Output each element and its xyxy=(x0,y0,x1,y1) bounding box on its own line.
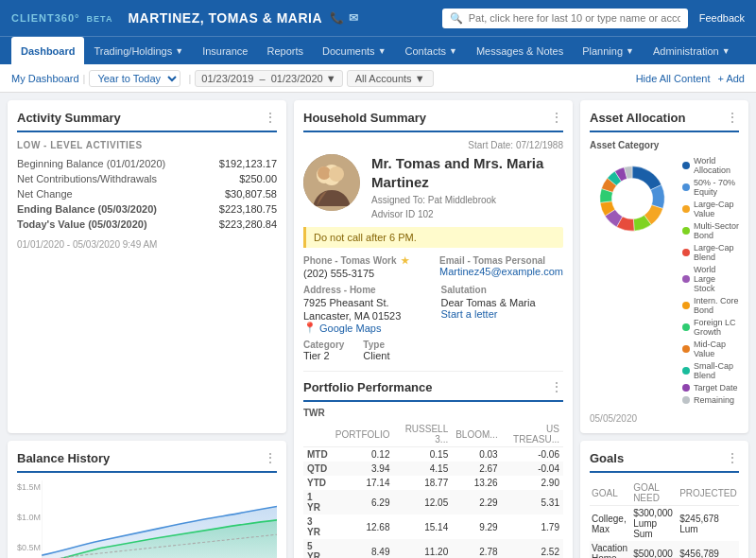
top-bar: CLIENT360° BETA MARTINEZ, TOMAS & MARIA … xyxy=(0,0,756,36)
balance-history-title: Balance History xyxy=(17,451,110,465)
portfolio-performance-header: Portfolio Performance ⋮ xyxy=(303,379,563,402)
sub-bar: My Dashboard | Year to Today YTD 1 Year … xyxy=(0,64,756,93)
goals-card: Goals ⋮ GOAL GOAL NEED PROJECTED College… xyxy=(580,441,748,558)
nav-messages[interactable]: Messages & Notes xyxy=(467,37,573,65)
portfolio-performance-menu[interactable]: ⋮ xyxy=(550,379,563,394)
balance-history-header: Balance History ⋮ xyxy=(17,450,277,473)
email-label: Email - Tomas Personal xyxy=(439,255,563,266)
avatar-illustration xyxy=(303,154,360,211)
table-row: Vacation Home$500,000$456,789 xyxy=(590,541,739,558)
google-maps-link[interactable]: 📍 Google Maps xyxy=(303,322,426,334)
hide-all-content-button[interactable]: Hide All Content xyxy=(636,73,711,84)
legend-item: Foreign LC Growth xyxy=(682,318,739,337)
nav-dashboard[interactable]: Dashboard xyxy=(11,37,84,65)
table-row: MTD0.120.150.03-0.06 xyxy=(303,447,563,462)
table-row: 5 YR8.4911.202.782.52 xyxy=(303,539,563,558)
goals-title: Goals xyxy=(590,451,624,465)
asset-date: 05/05/2020 xyxy=(590,413,739,424)
balance-chart-svg xyxy=(42,480,277,558)
nav-planning[interactable]: Planning ▼ xyxy=(573,37,644,65)
perf-col-bloom: BLOOM... xyxy=(452,422,501,447)
household-header: Mr. Tomas and Mrs. Maria Martinez Assign… xyxy=(303,154,563,219)
goals-col-need: GOAL NEED xyxy=(631,480,678,506)
nav-insurance[interactable]: Insurance xyxy=(193,37,257,65)
search-input[interactable] xyxy=(469,12,680,24)
activity-row: Ending Balance (05/03/2020)$223,180.75 xyxy=(17,201,277,217)
activity-rows: Beginning Balance (01/01/2020)$192,123.1… xyxy=(17,156,277,232)
goals-col-projected: PROJECTED xyxy=(678,480,739,506)
start-letter-link[interactable]: Start a letter xyxy=(441,308,564,320)
household-summary-header: Household Summary ⋮ xyxy=(303,110,563,132)
category-row: Category Tier 2 Type Client xyxy=(303,340,563,361)
sub-bar-left: My Dashboard | Year to Today YTD 1 Year … xyxy=(11,70,434,87)
add-content-button[interactable]: + Add xyxy=(718,73,745,84)
nav-contacts[interactable]: Contacts ▼ xyxy=(396,37,467,65)
perf-col-portfolio: PORTFOLIO xyxy=(332,422,394,447)
household-summary-card: Household Summary ⋮ Start Date: 07/12/19… xyxy=(294,100,573,558)
svg-point-6 xyxy=(329,166,344,182)
sub-bar-right: Hide All Content + Add xyxy=(636,73,745,84)
type-item: Type Client xyxy=(363,340,389,361)
email-contact: Email - Tomas Personal Martinez45@exampl… xyxy=(439,255,563,279)
accounts-selector[interactable]: All Accounts ▼ xyxy=(347,70,434,87)
perf-col-period xyxy=(303,422,332,447)
phone-label: Phone - Tomas Work xyxy=(303,255,397,266)
period-select[interactable]: Year to Today YTD 1 Year xyxy=(89,70,180,87)
client-name: MARTINEZ, TOMAS & MARIA 📞 ✉ xyxy=(128,10,441,26)
app-logo: CLIENT360° BETA xyxy=(11,12,112,24)
goals-menu[interactable]: ⋮ xyxy=(726,450,739,465)
my-dashboard-link[interactable]: My Dashboard xyxy=(11,73,79,84)
table-row: YTD17.1418.7713.262.90 xyxy=(303,476,563,490)
activity-summary-menu[interactable]: ⋮ xyxy=(264,110,277,125)
email-link[interactable]: Martinez45@example.com xyxy=(439,266,563,277)
perf-col-us: US TREASU... xyxy=(502,422,563,447)
asset-allocation-menu[interactable]: ⋮ xyxy=(726,110,739,125)
nav-reports[interactable]: Reports xyxy=(257,37,313,65)
client-full-name: Mr. Tomas and Mrs. Maria Martinez xyxy=(371,154,563,191)
legend-item: Remaining xyxy=(682,395,739,405)
nav-administration[interactable]: Administration ▼ xyxy=(644,37,740,65)
client-avatar xyxy=(303,154,360,211)
household-summary-menu[interactable]: ⋮ xyxy=(550,110,563,125)
salutation-value: Dear Tomas & Maria xyxy=(441,297,564,308)
activity-date: 01/01/2020 - 05/03/2020 9:49 AM xyxy=(17,239,277,250)
legend-item: 50% - 70% Equity xyxy=(682,178,739,197)
performance-table: PORTFOLIO RUSSELL 3... BLOOM... US TREAS… xyxy=(303,422,563,558)
phone-value: (202) 555-3175 xyxy=(303,268,424,279)
legend-item: Large-Cap Value xyxy=(682,200,739,218)
activity-summary-header: Activity Summary ⋮ xyxy=(17,110,277,132)
nav-documents[interactable]: Documents ▼ xyxy=(313,37,396,65)
start-date-label: Start Date: 07/12/1988 xyxy=(468,140,563,150)
phone-icon[interactable]: 📞 xyxy=(330,11,345,25)
address-label: Address - Home xyxy=(303,285,426,295)
donut-chart-svg xyxy=(590,156,675,241)
portfolio-performance-title: Portfolio Performance xyxy=(303,380,433,394)
balance-chart: $1.5M $1.0M $0.5M $0.0 xyxy=(17,480,277,558)
asset-allocation-card: Asset Allocation ⋮ Asset Category World … xyxy=(580,100,748,433)
salutation-contact: Salutation Dear Tomas & Maria Start a le… xyxy=(441,285,564,334)
client-details: Mr. Tomas and Mrs. Maria Martinez Assign… xyxy=(371,154,563,219)
portfolio-performance-section: Portfolio Performance ⋮ TWR PORTFOLIO RU… xyxy=(303,371,563,558)
legend-item: Large-Cap Blend xyxy=(682,243,739,262)
maps-pin-icon: 📍 xyxy=(303,322,317,334)
assigned-to: Assigned To: Pat Middlebrook xyxy=(371,195,563,205)
category-item: Category Tier 2 xyxy=(303,340,344,361)
activity-row: Beginning Balance (01/01/2020)$192,123.1… xyxy=(17,156,277,171)
household-summary-title: Household Summary xyxy=(303,111,426,125)
nav-trading[interactable]: Trading/Holdings ▼ xyxy=(84,37,193,65)
balance-history-menu[interactable]: ⋮ xyxy=(264,450,277,465)
goals-table: GOAL GOAL NEED PROJECTED College, Max$30… xyxy=(590,480,739,558)
activity-row: Today's Value (05/03/2020)$223,280.84 xyxy=(17,217,277,232)
activity-summary-title: Activity Summary xyxy=(17,111,121,125)
goals-header: Goals ⋮ xyxy=(590,450,739,473)
legend-item: Small-Cap Blend xyxy=(682,361,739,380)
asset-allocation-title: Asset Allocation xyxy=(590,111,685,125)
goals-table-body: College, Max$300,000 Lump Sum$245,678 Lu… xyxy=(590,506,739,559)
email-icon[interactable]: ✉ xyxy=(349,11,359,25)
salutation-label: Salutation xyxy=(441,285,564,295)
feedback-button[interactable]: Feedback xyxy=(699,12,745,24)
date-range-selector[interactable]: 01/23/2019 – 01/23/2020 ▼ xyxy=(195,70,342,87)
advisor-id: Advisor ID 102 xyxy=(371,209,563,219)
search-bar[interactable]: 🔍 xyxy=(442,9,688,28)
asset-legend: World Allocation50% - 70% EquityLarge-Ca… xyxy=(682,156,739,408)
